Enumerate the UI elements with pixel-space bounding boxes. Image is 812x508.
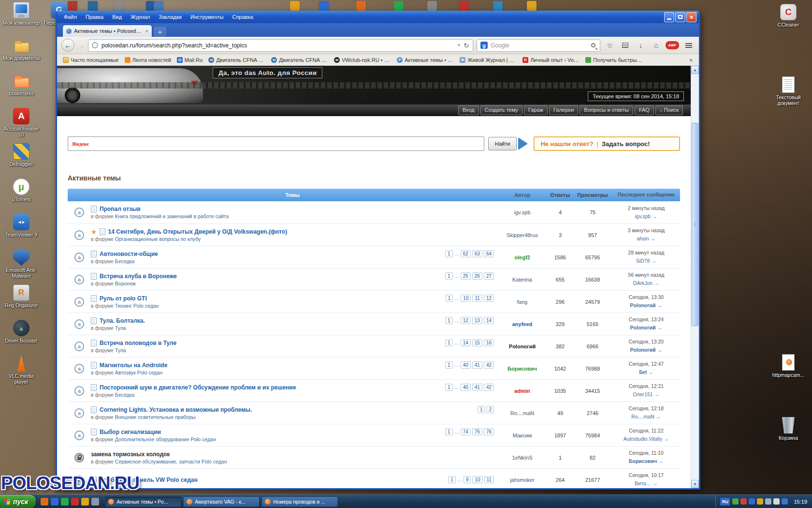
- scrollbar[interactable]: ▲ ▼: [691, 66, 699, 488]
- page-link[interactable]: 10: [461, 295, 471, 302]
- site-nav-button-2[interactable]: Создать тему: [480, 105, 522, 115]
- forum-link[interactable]: Дополнительное оборудование Polo седан: [115, 436, 216, 442]
- bookmark-star-icon[interactable]: ☆: [604, 40, 616, 51]
- forum-link[interactable]: Сервисное обслуживание, запчасти Polo се…: [115, 459, 227, 464]
- goto-last-post-icon[interactable]: →: [648, 369, 653, 375]
- menu-item-2[interactable]: Правка: [81, 12, 108, 22]
- page-link[interactable]: 27: [484, 272, 494, 280]
- page-link[interactable]: 11: [484, 476, 494, 483]
- page-link[interactable]: 10: [472, 476, 482, 483]
- tray-icon-5[interactable]: [765, 498, 771, 505]
- topic-author[interactable]: Максим: [497, 433, 548, 438]
- site-nav-button-5[interactable]: Вопросы и ответы: [580, 105, 633, 115]
- page-link[interactable]: 16: [484, 339, 494, 346]
- topic-author[interactable]: igv.spb: [497, 209, 548, 215]
- topic-author[interactable]: Skipper48rus: [497, 232, 548, 238]
- site-nav-button-3[interactable]: Гараж: [524, 105, 548, 115]
- topic-title[interactable]: Пропал отзыв: [100, 206, 141, 212]
- topic-author[interactable]: admin: [497, 388, 548, 394]
- bookmark-item[interactable]: Лента новостей: [122, 56, 174, 64]
- goto-last-post-icon[interactable]: →: [652, 213, 657, 219]
- page-link[interactable]: 15: [472, 339, 482, 346]
- topic-title[interactable]: Cornering Lights. Установка и возможные …: [100, 406, 252, 413]
- page-link[interactable]: 12: [461, 317, 471, 324]
- page-link[interactable]: 41: [472, 361, 482, 369]
- page-link[interactable]: 76: [484, 428, 494, 435]
- downloads-icon[interactable]: ↓: [635, 40, 647, 51]
- search-bar[interactable]: g Google: [477, 39, 600, 52]
- quicklaunch-icon-3[interactable]: [61, 498, 69, 506]
- goto-last-post-icon[interactable]: →: [651, 236, 656, 241]
- page-link[interactable]: 1: [445, 317, 453, 324]
- last-post-author[interactable]: igv.spb: [635, 213, 651, 219]
- site-nav-button-7[interactable]: ↓ Поиск: [655, 105, 683, 115]
- desktop-icon-teamviewer[interactable]: ◄►TeamViewer 9: [2, 214, 41, 246]
- url-dropdown-icon[interactable]: ▼: [454, 43, 464, 47]
- page-link[interactable]: 63: [472, 250, 482, 257]
- goto-last-post-icon[interactable]: →: [652, 480, 658, 486]
- bookmark-item[interactable]: wДвигатель CFNA и в...: [205, 56, 268, 64]
- page-link[interactable]: 1: [445, 272, 453, 280]
- last-post-author[interactable]: Polonогий: [630, 347, 656, 353]
- tray-icon-2[interactable]: [740, 498, 747, 505]
- topic-author[interactable]: jahsmoker: [497, 477, 548, 483]
- tray-icon-6[interactable]: [773, 498, 780, 505]
- menu-item-7[interactable]: Справка: [228, 12, 257, 22]
- topic-title[interactable]: 14 Сентября, День Открытых Дверей у О/Д …: [108, 228, 288, 235]
- topic-author[interactable]: olegf2: [497, 254, 548, 260]
- topic-author[interactable]: Борисович: [497, 366, 548, 372]
- minimize-button[interactable]: [664, 12, 674, 22]
- quicklaunch-icon-2[interactable]: [51, 498, 58, 506]
- last-post-author[interactable]: Polonогий: [630, 325, 656, 330]
- start-button[interactable]: пуск: [0, 495, 36, 508]
- bookmark-item[interactable]: wДвигатель CFNA и в...: [268, 56, 331, 64]
- page-link[interactable]: 14: [484, 317, 494, 324]
- desktop-icon-utorrent[interactable]: µuTorrent: [2, 179, 41, 210]
- page-link[interactable]: 1: [445, 428, 453, 435]
- quicklaunch-icon-6[interactable]: [91, 498, 99, 506]
- taskbar-task-2[interactable]: Амортизато VAG - к...: [183, 496, 260, 507]
- taskbar-task-1[interactable]: Активные темы • Po...: [105, 496, 181, 507]
- topic-author[interactable]: anyfeed: [497, 321, 548, 327]
- page-link[interactable]: 13: [472, 317, 482, 324]
- bookmarks-panel-icon[interactable]: [619, 40, 631, 51]
- last-post-author[interactable]: Polonогий: [630, 302, 656, 308]
- ask-question-link[interactable]: Задать вопрос!: [602, 140, 650, 148]
- adblock-icon[interactable]: ABP: [666, 41, 679, 49]
- scroll-up-icon[interactable]: ▲: [691, 66, 699, 74]
- bookmark-item[interactable]: @Mail.Ru: [174, 56, 205, 64]
- bookmarks-overflow-icon[interactable]: »: [686, 57, 696, 63]
- desktop-icon-ccleaner[interactable]: CCCleaner: [766, 4, 811, 36]
- back-button[interactable]: ←: [61, 39, 74, 52]
- topic-title[interactable]: Тула. Болталка.: [100, 317, 145, 324]
- desktop-icon-textdoc[interactable]: Текстовый документ: [766, 76, 811, 108]
- topic-author[interactable]: Katerina: [497, 277, 548, 283]
- tray-icon-3[interactable]: [749, 498, 755, 505]
- page-link[interactable]: 64: [484, 250, 494, 257]
- close-button[interactable]: ×: [686, 12, 696, 22]
- forum-link[interactable]: Внешние осветительные приборы: [115, 414, 196, 420]
- tray-icon-7[interactable]: [782, 498, 788, 505]
- goto-last-post-icon[interactable]: →: [657, 347, 662, 353]
- page-link[interactable]: 41: [472, 384, 482, 391]
- quicklaunch-icon-1[interactable]: [41, 498, 48, 506]
- language-indicator[interactable]: RU: [720, 498, 730, 506]
- goto-last-post-icon[interactable]: →: [654, 280, 659, 286]
- yandex-search-input[interactable]: [93, 137, 480, 150]
- last-post-author[interactable]: Autostudio.Vitaliy: [624, 436, 662, 442]
- scroll-down-icon[interactable]: ▼: [691, 480, 699, 488]
- page-link[interactable]: 12: [484, 295, 494, 302]
- tab-close-icon[interactable]: ×: [145, 28, 148, 34]
- page-link[interactable]: 11: [472, 295, 482, 302]
- page-link[interactable]: 1: [445, 361, 453, 369]
- page-link[interactable]: 62: [461, 250, 471, 257]
- desktop-icon-computer[interactable]: Мой компьютер: [2, 2, 41, 34]
- topic-author[interactable]: Ro....maN: [497, 410, 548, 416]
- page-link[interactable]: 2: [486, 406, 494, 413]
- forum-link[interactable]: Тюнинг Polo седан: [115, 303, 159, 309]
- restore-button[interactable]: [675, 12, 685, 22]
- page-link[interactable]: 75: [472, 428, 482, 435]
- search-icon[interactable]: [591, 43, 595, 47]
- find-button[interactable]: Найти: [488, 137, 517, 150]
- bookmark-item[interactable]: ЖЖивой Журнал | Бло...: [457, 56, 520, 64]
